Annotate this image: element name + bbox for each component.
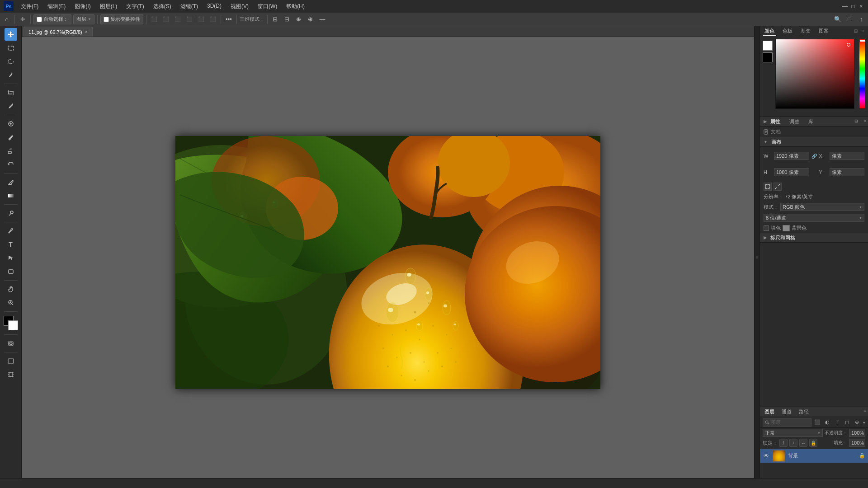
height-value[interactable]: 1080 像素: [774, 168, 809, 176]
spot-heal-tool[interactable]: [5, 117, 17, 130]
menu-file[interactable]: 文件(F): [17, 2, 42, 11]
align-center-icon[interactable]: ⬛: [161, 14, 171, 24]
lasso-tool[interactable]: [5, 55, 17, 68]
3d-icon2[interactable]: ⊟: [282, 14, 292, 24]
color-panel-collapse-button[interactable]: ⊟: [853, 28, 859, 34]
shape-tool[interactable]: [5, 265, 17, 278]
hand-tool[interactable]: [5, 283, 17, 296]
layers-search[interactable]: 图层: [763, 418, 811, 427]
workspace-icon[interactable]: □: [844, 14, 854, 24]
3d-icon3[interactable]: ⊕: [294, 14, 304, 24]
eraser-tool[interactable]: [5, 176, 17, 188]
color-gradient-box[interactable]: [776, 39, 854, 108]
move-tool[interactable]: [5, 28, 17, 41]
minimize-button[interactable]: —: [842, 3, 848, 9]
gradients-tab[interactable]: 渐变: [799, 27, 812, 35]
color-swatches[interactable]: [4, 316, 18, 330]
panel-collapse-handle[interactable]: ≡: [754, 26, 760, 488]
menu-edit[interactable]: 编辑(E): [44, 2, 69, 11]
screen-mode-tool[interactable]: [5, 355, 17, 367]
canvas-section-header[interactable]: ▼ 画布: [760, 137, 868, 147]
menu-view[interactable]: 视图(V): [227, 2, 252, 11]
3d-icon4[interactable]: ⊕: [306, 14, 316, 24]
history-brush-tool[interactable]: [5, 158, 17, 171]
lock-position-btn[interactable]: +: [789, 439, 797, 447]
close-button[interactable]: ×: [858, 3, 864, 9]
canvas-container[interactable]: [22, 37, 754, 488]
pen-tool[interactable]: [5, 225, 17, 237]
image-size-icon[interactable]: [774, 183, 782, 191]
text-tool[interactable]: T: [5, 238, 17, 251]
lock-all-btn[interactable]: 🔒: [809, 439, 817, 447]
eyedropper-tool[interactable]: [5, 100, 17, 113]
canvas-tab[interactable]: 11.jpg @ 66.7%(RGB/8) ×: [24, 27, 93, 37]
menu-image[interactable]: 图像(I): [71, 2, 94, 11]
x-value[interactable]: 像素: [830, 152, 865, 160]
bit-depth-dropdown[interactable]: 8 位/通道: [764, 214, 864, 222]
type-filter-icon[interactable]: T: [833, 418, 841, 427]
align-left-icon[interactable]: ⬛: [149, 14, 159, 24]
menu-3d[interactable]: 3D(D): [203, 2, 225, 11]
fill-checkbox[interactable]: [764, 225, 769, 231]
brush-tool[interactable]: [5, 131, 17, 144]
show-transform-checkbox[interactable]: [104, 17, 109, 22]
background-swatch[interactable]: [763, 52, 773, 62]
magic-wand-tool[interactable]: [5, 69, 17, 81]
align-bottom-icon[interactable]: ⬛: [208, 14, 218, 24]
rectangle-marquee-tool[interactable]: [5, 42, 17, 54]
width-value[interactable]: 1920 像素: [774, 152, 809, 160]
home-icon[interactable]: ⌂: [2, 14, 12, 24]
paths-tab[interactable]: 路径: [797, 408, 811, 416]
zoom-tool[interactable]: [5, 296, 17, 309]
background-color[interactable]: [8, 320, 18, 330]
adjust-filter-icon[interactable]: ◐: [823, 418, 831, 427]
filter-toggle-icon[interactable]: ●: [863, 420, 865, 425]
link-icon[interactable]: 🔗: [811, 149, 817, 163]
clone-stamp-tool[interactable]: [5, 145, 17, 157]
move-tool-icon[interactable]: ✛: [18, 14, 28, 24]
table-row[interactable]: 👁 背景 🔒: [760, 449, 868, 463]
layers-tab[interactable]: 图层: [763, 408, 776, 416]
foreground-swatch[interactable]: [763, 41, 773, 51]
share-icon[interactable]: ↑: [856, 14, 866, 24]
fit-image-icon[interactable]: [764, 183, 772, 191]
shape-filter-icon[interactable]: ◻: [843, 418, 851, 427]
swatches-tab[interactable]: 色板: [781, 27, 794, 35]
lock-artboard-btn[interactable]: ↔: [799, 439, 807, 447]
layers-menu-btn[interactable]: ≡: [864, 408, 866, 413]
color-picker-area[interactable]: [775, 39, 854, 109]
smart-filter-icon[interactable]: ⊕: [853, 418, 861, 427]
lock-pixels-btn[interactable]: /: [779, 439, 788, 447]
opacity-value[interactable]: 100%: [849, 429, 865, 437]
mode-dropdown[interactable]: RGB 颜色: [780, 203, 864, 211]
auto-select-checkbox[interactable]: [37, 17, 42, 22]
search-icon[interactable]: 🔍: [833, 14, 843, 24]
tab-close-button[interactable]: ×: [85, 29, 88, 34]
properties-collapse-btn[interactable]: ⊟: [854, 119, 858, 123]
menu-text[interactable]: 文字(T): [123, 2, 147, 11]
more-options-icon[interactable]: •••: [224, 14, 234, 24]
menu-window[interactable]: 窗口(W): [254, 2, 281, 11]
properties-menu-btn[interactable]: ≡: [864, 119, 866, 123]
fill-color-swatch[interactable]: [783, 225, 790, 231]
hue-strip[interactable]: [859, 39, 865, 109]
layer-dropdown[interactable]: 图层 ▼: [73, 14, 94, 24]
channels-tab[interactable]: 通道: [780, 408, 793, 416]
fill-opacity-value[interactable]: 100%: [849, 439, 865, 447]
3d-icon5[interactable]: —: [317, 14, 327, 24]
layer-mode-dropdown[interactable]: 正常: [763, 429, 823, 437]
artboard-tool[interactable]: [5, 368, 17, 381]
quick-mask-tool[interactable]: [5, 337, 17, 350]
path-selection-tool[interactable]: [5, 252, 17, 264]
menu-select[interactable]: 选择(S): [150, 2, 175, 11]
menu-help[interactable]: 帮助(H): [283, 2, 308, 11]
color-panel-menu-button[interactable]: ≡: [860, 28, 866, 34]
properties-section-header[interactable]: ▶ 属性 调整 库 ⊟ ≡: [760, 117, 868, 127]
menu-filter[interactable]: 滤镜(T): [177, 2, 202, 11]
align-top-icon[interactable]: ⬛: [184, 14, 194, 24]
patterns-tab[interactable]: 图案: [817, 27, 830, 35]
color-tab[interactable]: 颜色: [763, 27, 776, 36]
rulers-section-header[interactable]: ▶ 标尺和网格: [760, 233, 868, 243]
gradient-tool[interactable]: [5, 189, 17, 202]
crop-tool[interactable]: [5, 86, 17, 99]
